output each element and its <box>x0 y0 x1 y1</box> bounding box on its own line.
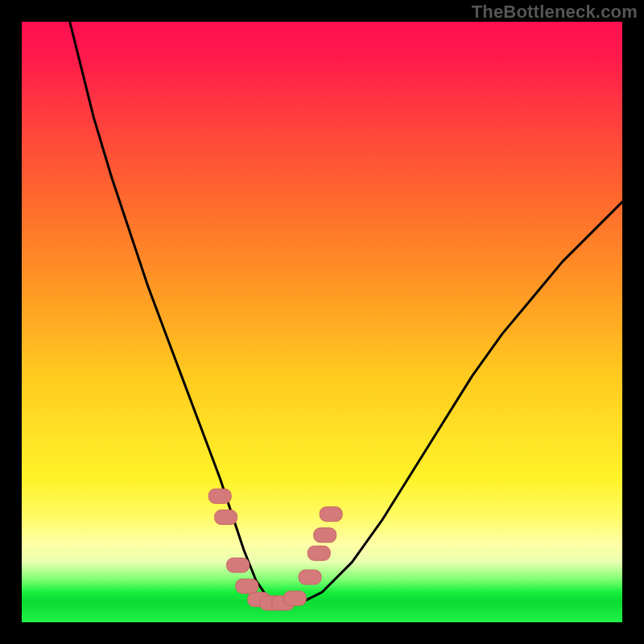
svg-point-11 <box>247 582 256 591</box>
svg-point-2 <box>221 492 229 501</box>
svg-point-35 <box>332 510 341 518</box>
curve-marker <box>215 510 237 525</box>
svg-point-8 <box>238 561 247 570</box>
svg-point-26 <box>311 573 320 582</box>
curve-marker <box>299 570 321 584</box>
svg-point-22 <box>286 594 295 603</box>
curve-layer <box>22 22 622 622</box>
curve-marker <box>283 591 306 605</box>
bottleneck-curve <box>70 22 622 605</box>
plot-area <box>22 22 622 622</box>
chart-frame: TheBottleneck.com <box>0 0 644 644</box>
svg-point-31 <box>316 530 324 539</box>
curve-marker <box>314 528 336 543</box>
svg-point-34 <box>322 510 331 518</box>
svg-point-16 <box>262 599 270 608</box>
svg-point-19 <box>274 599 283 608</box>
svg-point-10 <box>237 582 246 591</box>
svg-point-7 <box>229 561 237 570</box>
svg-point-28 <box>310 549 319 558</box>
svg-point-29 <box>320 549 328 558</box>
svg-point-1 <box>211 492 220 501</box>
svg-point-25 <box>301 573 310 582</box>
curve-marker <box>208 489 231 503</box>
curve-marker <box>308 546 330 560</box>
curve-marker <box>236 579 258 593</box>
watermark-label: TheBottleneck.com <box>472 2 638 23</box>
svg-point-23 <box>295 594 304 603</box>
svg-point-32 <box>325 530 334 539</box>
curve-marker <box>227 558 250 572</box>
svg-point-5 <box>226 513 235 522</box>
curve-marker <box>320 507 342 522</box>
svg-point-4 <box>217 513 225 522</box>
svg-point-13 <box>250 595 258 604</box>
